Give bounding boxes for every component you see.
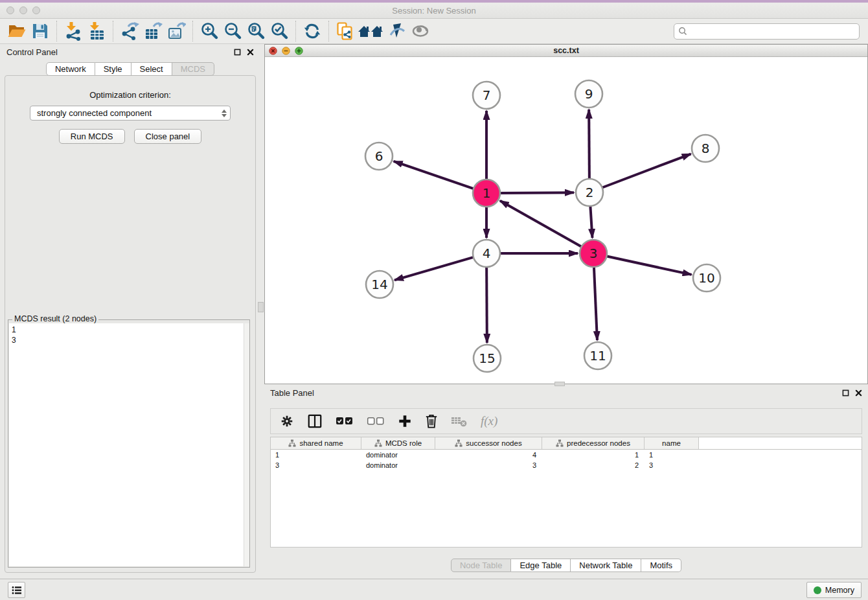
- clone-network-icon[interactable]: [334, 20, 357, 42]
- column-header-predecessor-nodes[interactable]: predecessor nodes: [542, 437, 645, 449]
- toolbar-separator: [295, 21, 296, 41]
- graph-node-label: 2: [586, 185, 594, 200]
- column-header-label: predecessor nodes: [567, 439, 630, 447]
- table-cell: 3: [645, 460, 699, 470]
- graph-node-label: 7: [483, 87, 491, 103]
- window-title: Session: New Session: [0, 6, 868, 16]
- tab-edge-table[interactable]: Edge Table: [511, 559, 571, 572]
- tab-mcds[interactable]: MCDS: [172, 62, 214, 76]
- column-header-label: MCDS role: [385, 439, 422, 447]
- save-icon[interactable]: [29, 20, 52, 42]
- result-line: 1: [12, 325, 246, 335]
- graph-edge-3-10[interactable]: [606, 256, 692, 275]
- mcds-result-legend: MCDS result (2 nodes): [12, 314, 98, 323]
- table-cell: 2: [542, 460, 645, 470]
- mcds-result-text[interactable]: 13: [9, 323, 249, 566]
- graph-edge-3-1[interactable]: [500, 201, 583, 248]
- eye-icon[interactable]: [409, 20, 432, 42]
- tab-network-table[interactable]: Network Table: [571, 559, 641, 572]
- result-scrollbar[interactable]: [244, 323, 249, 566]
- close-panel-icon[interactable]: [855, 389, 862, 397]
- tab-style[interactable]: Style: [95, 62, 131, 76]
- network-frame-titlebar[interactable]: scc.txt: [265, 45, 867, 57]
- graph-node-label: 6: [375, 148, 383, 164]
- tab-node-table[interactable]: Node Table: [451, 559, 512, 572]
- zoom-in-icon[interactable]: [198, 20, 221, 42]
- attribute-type-icon: [374, 439, 382, 447]
- run-mcds-button[interactable]: Run MCDS: [59, 129, 125, 144]
- visibility-toggle-icon[interactable]: [385, 20, 409, 42]
- graph-edge-1-2[interactable]: [499, 192, 574, 193]
- result-line: 3: [12, 335, 246, 345]
- table-row[interactable]: 1dominator411: [271, 450, 862, 460]
- table-row[interactable]: 3dominator323: [271, 460, 862, 470]
- close-panel-icon[interactable]: [247, 49, 254, 56]
- graph-edge-1-6[interactable]: [394, 161, 475, 189]
- select-all-icon[interactable]: [336, 417, 354, 426]
- graph-edge-4-14[interactable]: [394, 257, 475, 280]
- graph-node-label: 14: [371, 277, 387, 292]
- criterion-select-value: strongly connected component: [37, 108, 152, 118]
- function-icon[interactable]: f(x): [481, 414, 497, 428]
- table-cell: 3: [271, 460, 361, 470]
- criterion-select[interactable]: strongly connected component: [30, 106, 231, 121]
- column-header-MCDS-role[interactable]: MCDS role: [361, 437, 435, 449]
- right-area: scc.txt 7968124314101511 Table Panel: [264, 44, 868, 579]
- close-panel-button[interactable]: Close panel: [134, 129, 202, 144]
- task-history-button[interactable]: [8, 582, 25, 598]
- graph-edge-2-9[interactable]: [589, 110, 589, 180]
- column-header-name[interactable]: name: [645, 437, 699, 449]
- table-cell: dominator: [361, 450, 435, 460]
- column-header-successor-nodes[interactable]: successor nodes: [435, 437, 542, 449]
- import-network-icon[interactable]: [62, 20, 85, 42]
- graph-node-label: 8: [702, 141, 710, 156]
- tab-motifs[interactable]: Motifs: [641, 559, 681, 572]
- graph-edge-2-8[interactable]: [601, 154, 691, 189]
- tab-select[interactable]: Select: [131, 62, 172, 76]
- refresh-icon[interactable]: [301, 20, 324, 42]
- graph-edge-2-3[interactable]: [590, 205, 592, 238]
- zoom-out-icon[interactable]: [221, 20, 244, 42]
- graph-edge-4-15[interactable]: [486, 266, 487, 343]
- vertical-splitter-grip[interactable]: [258, 302, 264, 312]
- network-canvas[interactable]: 7968124314101511: [265, 57, 867, 384]
- graph-node-label: 10: [698, 270, 714, 286]
- table-body: 1dominator4113dominator323: [271, 450, 862, 470]
- select-stepper-icon: [222, 110, 227, 117]
- workspace: Control Panel NetworkStyleSelectMCDS Opt…: [0, 44, 868, 579]
- attribute-type-icon: [288, 439, 296, 447]
- search-input[interactable]: [690, 27, 855, 36]
- table-tabs: Node TableEdge TableNetwork TableMotifs: [264, 559, 868, 572]
- column-header-label: successor nodes: [466, 439, 521, 447]
- list-icon: [12, 586, 22, 595]
- table-cell: 1: [645, 450, 699, 460]
- gear-icon[interactable]: [280, 414, 294, 428]
- tab-network[interactable]: Network: [46, 62, 95, 76]
- export-image-icon[interactable]: [165, 20, 188, 42]
- columns-icon[interactable]: [307, 413, 323, 429]
- table-cell: 3: [435, 460, 542, 470]
- export-network-icon[interactable]: [118, 20, 141, 42]
- open-folder-icon[interactable]: [5, 20, 29, 42]
- table-header-row: shared nameMCDS rolesuccessor nodesprede…: [271, 437, 862, 450]
- zoom-fit-icon[interactable]: [244, 20, 268, 42]
- zoom-selected-icon[interactable]: [268, 20, 291, 42]
- memory-button[interactable]: Memory: [806, 582, 862, 598]
- optimization-criterion-label: Optimization criterion:: [5, 90, 255, 100]
- search-field[interactable]: [674, 23, 860, 40]
- delete-icon[interactable]: [425, 413, 438, 429]
- houses-icon[interactable]: [357, 20, 385, 42]
- float-panel-icon[interactable]: [234, 49, 241, 56]
- column-header-shared-name[interactable]: shared name: [271, 437, 361, 449]
- table-panel-header: Table Panel: [264, 384, 868, 401]
- graph-node-label: 1: [483, 185, 491, 201]
- deselect-all-icon[interactable]: [367, 417, 385, 426]
- float-panel-icon[interactable]: [842, 389, 849, 397]
- delete-table-icon[interactable]: [451, 415, 468, 427]
- graph-node-label: 11: [589, 348, 606, 363]
- export-table-icon[interactable]: [141, 20, 165, 42]
- add-icon[interactable]: [398, 414, 412, 428]
- import-table-icon[interactable]: [85, 20, 108, 42]
- search-icon: [678, 27, 687, 36]
- graph-edge-3-11[interactable]: [594, 266, 597, 340]
